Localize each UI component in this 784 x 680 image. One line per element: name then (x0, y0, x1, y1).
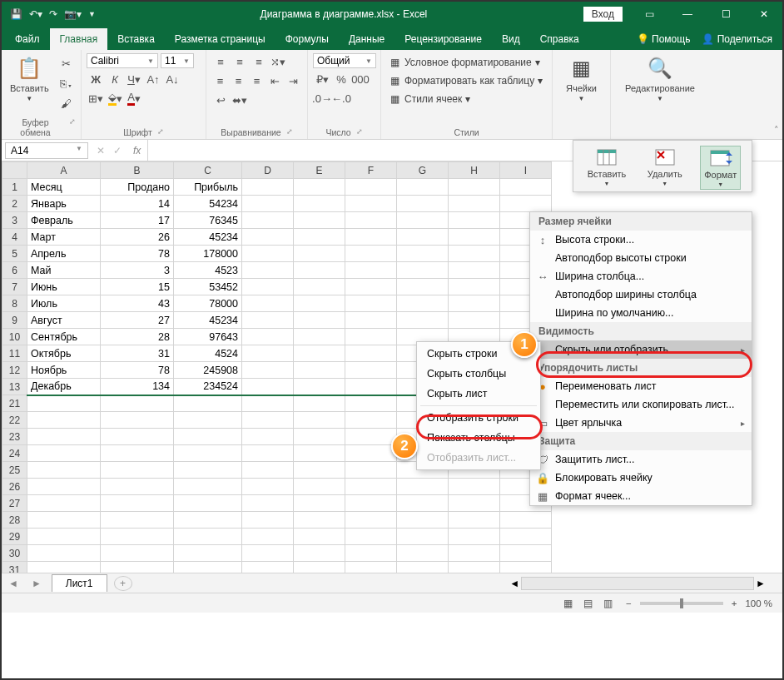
cell[interactable] (397, 295, 449, 312)
cell[interactable] (345, 179, 397, 196)
cell[interactable] (449, 279, 500, 295)
cell[interactable]: Февраль (27, 212, 101, 229)
cell[interactable] (449, 212, 500, 229)
cell[interactable] (242, 329, 294, 345)
cell[interactable] (101, 395, 174, 412)
row-header[interactable]: 29 (2, 529, 27, 545)
cell[interactable]: 43 (101, 295, 174, 312)
cell[interactable] (449, 246, 500, 262)
cell[interactable] (242, 246, 294, 262)
cell[interactable] (449, 229, 500, 246)
cell[interactable] (397, 246, 449, 262)
cell[interactable] (397, 196, 449, 212)
cell[interactable] (397, 479, 449, 495)
cell[interactable] (449, 529, 500, 545)
cell[interactable]: 178000 (174, 246, 242, 262)
menu-default-width[interactable]: Ширина по умолчанию... (530, 304, 752, 322)
cell[interactable] (294, 545, 345, 562)
cell[interactable] (449, 562, 500, 573)
bold-button[interactable]: Ж (87, 71, 105, 87)
font-name-combo[interactable]: Calibri▼ (87, 53, 158, 68)
cell[interactable] (294, 329, 345, 345)
hscroll-right-icon[interactable]: ► (756, 578, 766, 589)
cancel-fx-icon[interactable]: ✕ (97, 145, 105, 156)
cell[interactable] (345, 196, 397, 212)
cell[interactable] (345, 312, 397, 329)
cell[interactable] (500, 512, 552, 529)
cell[interactable] (294, 279, 345, 295)
cell[interactable] (397, 279, 449, 295)
cell[interactable] (27, 479, 101, 495)
cell[interactable] (449, 495, 500, 512)
cell[interactable] (101, 495, 174, 512)
cell[interactable]: 78000 (174, 295, 242, 312)
row-header[interactable]: 5 (2, 246, 27, 262)
indent-inc-icon[interactable]: ⇥ (285, 72, 302, 89)
row-header[interactable]: 27 (2, 495, 27, 512)
row-header[interactable]: 28 (2, 512, 27, 529)
cell[interactable] (174, 445, 242, 462)
cell[interactable] (397, 312, 449, 329)
cell[interactable] (500, 545, 552, 562)
cell[interactable]: 53452 (174, 279, 242, 295)
name-box[interactable]: A14▼ (5, 142, 88, 159)
currency-icon[interactable]: ₽▾ (313, 71, 331, 87)
cell[interactable]: Ноябрь (27, 362, 101, 379)
cell[interactable] (27, 562, 101, 573)
indent-dec-icon[interactable]: ⇤ (266, 72, 284, 89)
cell[interactable] (242, 262, 294, 279)
inc-decimal-icon[interactable]: .0→ (313, 90, 331, 107)
cell[interactable] (174, 412, 242, 429)
cut-icon[interactable]: ✂ (57, 55, 76, 72)
cell[interactable] (27, 512, 101, 529)
menu-protect-sheet[interactable]: 🛡Защитить лист... (530, 450, 752, 469)
insert-cells-button[interactable]: Вставить▼ (584, 146, 630, 190)
accept-fx-icon[interactable]: ✓ (113, 145, 122, 156)
row-header[interactable]: 31 (2, 562, 27, 573)
cell[interactable] (242, 562, 294, 573)
col-header[interactable]: A (27, 162, 101, 179)
cell[interactable] (294, 429, 345, 445)
cell[interactable] (345, 262, 397, 279)
cell[interactable] (397, 545, 449, 562)
cell[interactable] (397, 212, 449, 229)
redo-icon[interactable]: ↷ (49, 8, 57, 20)
cell[interactable]: Декабрь (27, 379, 101, 395)
cell[interactable]: Апрель (27, 246, 101, 262)
clipboard-launcher-icon[interactable]: ⤢ (69, 117, 76, 137)
zoom-level[interactable]: 100 % (745, 598, 772, 608)
cell[interactable] (345, 462, 397, 479)
font-size-combo[interactable]: 11▼ (161, 53, 194, 68)
row-header[interactable]: 11 (2, 345, 27, 362)
cell[interactable] (174, 529, 242, 545)
submenu-hide-sheet[interactable]: Скрыть лист (417, 384, 540, 404)
qat-more-icon[interactable]: ▼ (88, 10, 96, 18)
menu-tab-color[interactable]: ▭Цвет ярлычка (530, 414, 752, 432)
cell[interactable] (27, 545, 101, 562)
row-header[interactable]: 7 (2, 279, 27, 295)
cell[interactable] (449, 512, 500, 529)
cell[interactable] (27, 429, 101, 445)
delete-cells-button[interactable]: Удалить▼ (644, 146, 686, 190)
cell[interactable]: Сентябрь (27, 329, 101, 345)
editing-group-button[interactable]: 🔍 Редактирование ▼ (616, 53, 704, 104)
cell[interactable] (294, 395, 345, 412)
align-launcher-icon[interactable]: ⤢ (286, 127, 293, 137)
merge-icon[interactable]: ⬌▾ (231, 92, 249, 108)
menu-row-height[interactable]: ↕Высота строки... (530, 231, 752, 249)
cell[interactable] (174, 462, 242, 479)
cell[interactable]: 78 (101, 362, 174, 379)
cell[interactable] (294, 362, 345, 379)
col-header[interactable]: F (345, 162, 397, 179)
cell[interactable] (294, 312, 345, 329)
align-top-icon[interactable]: ≡ (211, 53, 230, 70)
cell[interactable] (174, 479, 242, 495)
cell[interactable]: 54234 (174, 196, 242, 212)
row-header[interactable]: 26 (2, 479, 27, 495)
cell[interactable]: 31 (101, 345, 174, 362)
menu-rename-sheet[interactable]: ●Переименовать лист (530, 377, 752, 395)
cell[interactable] (449, 196, 500, 212)
cell[interactable] (101, 445, 174, 462)
cell[interactable] (174, 429, 242, 445)
submenu-hide-cols[interactable]: Скрыть столбцы (417, 364, 540, 384)
